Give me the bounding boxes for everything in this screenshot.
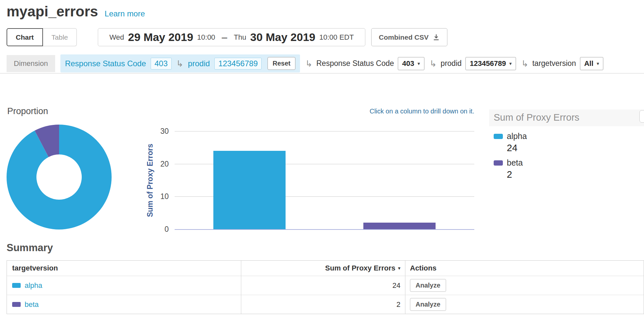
table-row: beta 2 Analyze [7,295,644,314]
legend-title: Sum of Proxy Errors [494,112,579,123]
legend-item: beta 2 [494,158,644,180]
legend-header: Sum of Proxy Errors [489,110,644,126]
alpha-swatch [12,283,21,288]
summary-table: targetversion Sum of Proxy Errors ▾ Acti… [7,260,644,314]
start-time: 10:00 [197,33,215,42]
chevron-down-icon: ▾ [418,61,420,67]
report-page: myapi_errors Learn more Chart Table Wed … [0,0,644,320]
dimension-label: Dimension [7,55,55,72]
legend-collapse-button[interactable] [639,110,644,123]
page-title: myapi_errors [7,3,98,20]
bar-chart: 0102030 [175,131,474,230]
row-value: 2 [397,300,400,309]
breadcrumb-dimension-label[interactable]: prodid [188,59,210,68]
drilldown-arrow-icon: ↳ [430,59,437,68]
legend-item-value: 24 [507,143,644,153]
row-link-beta[interactable]: beta [25,300,39,309]
sort-desc-icon: ▾ [398,265,400,271]
y-tick-label: 10 [148,192,169,201]
analyze-button[interactable]: Analyze [410,298,446,311]
selected-value: All [584,59,593,68]
end-day: Thu [234,33,246,42]
drilldown-arrow-icon: ↳ [305,59,312,68]
reset-button[interactable]: Reset [268,57,295,70]
legend-panel: Sum of Proxy Errors alpha 24 beta 2 [489,110,644,180]
beta-swatch [12,302,21,307]
combined-csv-button[interactable]: Combined CSV [371,28,447,46]
filter-targetversion: ↳ targetversion All ▾ [521,57,603,70]
drilldown-arrow-icon: ↳ [521,59,528,68]
column-header-sum-of-proxy-errors[interactable]: Sum of Proxy Errors ▾ [241,261,405,276]
selected-value: 403 [402,59,414,68]
drilldown-arrow-icon: ↳ [176,59,183,68]
drilldown-breadcrumb: Response Status Code 403 ↳ prodid 123456… [60,54,300,72]
filter-label: targetversion [532,59,576,68]
bar-beta[interactable] [363,223,436,229]
row-link-alpha[interactable]: alpha [25,281,42,290]
table-view-button[interactable]: Table [43,28,77,46]
legend-item: alpha 24 [494,131,644,153]
gridline [175,131,474,131]
view-toggle: Chart Table [7,28,77,46]
filter-response-status-code: ↳ Response Status Code 403 ▾ [305,57,424,70]
table-header-row: targetversion Sum of Proxy Errors ▾ Acti… [7,261,644,276]
toolbar: Chart Table Wed 29 May 2019 10:00 – Thu … [7,28,447,46]
learn-more-link[interactable]: Learn more [105,9,145,18]
y-tick-label: 20 [148,160,169,169]
breadcrumb-dimension-value[interactable]: 403 [151,58,172,70]
download-icon [433,34,440,41]
section-divider [0,73,644,73]
end-time: 10:00 EDT [319,33,354,42]
y-tick-label: 0 [148,225,169,234]
selected-value: 123456789 [470,59,506,68]
combined-csv-label: Combined CSV [379,33,429,41]
row-value: 24 [393,281,400,290]
date-range-separator: – [222,32,227,43]
prodid-select[interactable]: 123456789 ▾ [465,57,516,70]
breadcrumb-dimension-label[interactable]: Response Status Code [65,59,146,68]
proportion-title: Proportion [7,106,48,116]
targetversion-select[interactable]: All ▾ [580,57,604,70]
breadcrumb-dimension-value[interactable]: 123456789 [214,58,262,70]
legend-item-value: 2 [507,169,644,180]
date-range-picker[interactable]: Wed 29 May 2019 10:00 – Thu 30 May 2019 … [98,28,365,46]
filter-label: Response Status Code [316,59,394,68]
filter-prodid: ↳ prodid 123456789 ▾ [430,57,516,70]
proportion-donut-chart [7,125,112,230]
legend-item-label: alpha [507,131,527,141]
chart-view-button[interactable]: Chart [7,28,43,46]
chevron-down-icon: ▾ [509,61,512,67]
column-header-actions: Actions [405,261,644,276]
y-tick-label: 30 [148,127,169,136]
response-status-code-select[interactable]: 403 ▾ [398,57,424,70]
legend-items: alpha 24 beta 2 [489,126,644,180]
column-header-targetversion[interactable]: targetversion [7,261,241,276]
start-date: 29 May 2019 [128,31,193,44]
start-day: Wed [109,33,124,42]
beta-swatch [494,160,503,166]
legend-item-label: beta [507,158,523,168]
drilldown-hint: Click on a column to drill down on it. [175,108,474,115]
alpha-swatch [494,134,503,139]
analyze-button[interactable]: Analyze [410,279,446,292]
filter-row: Dimension Response Status Code 403 ↳ pro… [7,54,642,72]
bar-alpha[interactable] [213,151,286,229]
page-header: myapi_errors Learn more [7,3,145,20]
x-axis-line [175,229,474,230]
y-axis-title: Sum of Proxy Errors [144,131,156,230]
table-row: alpha 24 Analyze [7,276,644,295]
summary-title: Summary [7,242,53,254]
chevron-down-icon: ▾ [597,61,599,67]
end-date: 30 May 2019 [250,31,315,44]
filter-label: prodid [440,59,462,68]
